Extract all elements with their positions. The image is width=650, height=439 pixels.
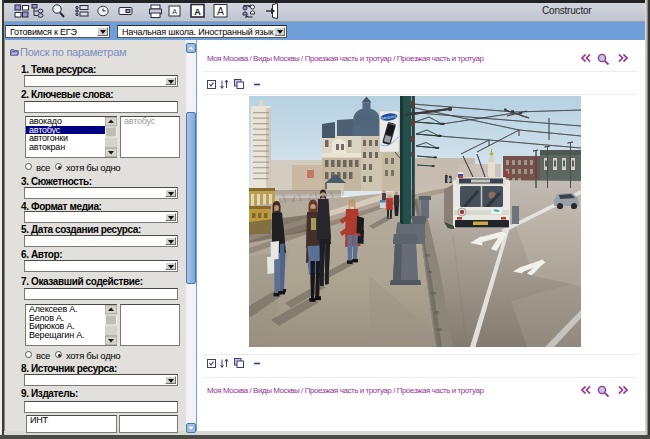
svg-text:A: A: [194, 7, 201, 17]
svg-text:A: A: [217, 5, 224, 17]
svg-text:A: A: [172, 8, 177, 15]
